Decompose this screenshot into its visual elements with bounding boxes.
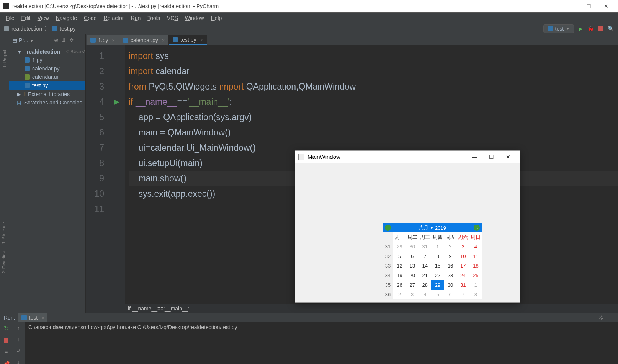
rerun-icon[interactable]: ↻ (4, 325, 9, 332)
menu-vcs[interactable]: VCS (163, 15, 181, 21)
calendar-day[interactable]: 1 (431, 242, 444, 251)
calendar-day[interactable]: 3 (406, 290, 419, 299)
up-icon[interactable]: ↑ (17, 325, 20, 331)
menu-navigate[interactable]: Navigate (52, 15, 80, 21)
menu-help[interactable]: Help (208, 15, 226, 21)
calendar-day[interactable]: 9 (444, 251, 457, 261)
calendar-day[interactable]: 4 (469, 242, 482, 251)
calendar-day[interactable]: 6 (444, 290, 457, 299)
calendar-day[interactable]: 28 (419, 280, 431, 290)
calendar-day[interactable]: 14 (419, 261, 431, 271)
toolwindow-favorites-tab[interactable]: 2: Favorites (2, 251, 6, 273)
next-month-button[interactable]: → (474, 225, 480, 231)
run-button[interactable]: ▶ (579, 26, 583, 32)
run-settings-icon[interactable]: ✲ (599, 315, 603, 321)
calendar-day[interactable]: 27 (406, 280, 419, 290)
tree-file[interactable]: 1.py (9, 56, 85, 64)
settings-icon[interactable]: ✲ (69, 37, 74, 43)
calendar-day[interactable]: 21 (419, 271, 431, 280)
calendar-day[interactable]: 24 (457, 271, 469, 280)
calendar-day[interactable]: 30 (444, 280, 457, 290)
editor-tab[interactable]: calendar.py× (119, 35, 169, 45)
debug-button[interactable]: 🐞 (587, 26, 594, 32)
menu-view[interactable]: View (34, 15, 52, 21)
close-tab-icon[interactable]: × (200, 37, 203, 43)
hide-icon[interactable]: — (77, 37, 82, 43)
run-gutter-icon[interactable]: ▶ (114, 94, 119, 109)
calendar-day[interactable]: 12 (393, 261, 406, 271)
calendar-day[interactable]: 7 (419, 251, 431, 261)
menu-edit[interactable]: Edit (18, 15, 34, 21)
calendar-day[interactable]: 3 (457, 242, 469, 251)
calendar-day[interactable]: 6 (406, 251, 419, 261)
collapse-icon[interactable]: ⇊ (62, 37, 66, 43)
editor-tab-active[interactable]: test.py× (169, 35, 207, 45)
calendar-year[interactable]: 2019 (435, 225, 446, 231)
menu-window[interactable]: Window (181, 15, 208, 21)
calendar-month[interactable]: 八月 (419, 224, 428, 231)
editor-tab[interactable]: 1.py× (87, 35, 119, 45)
menu-code[interactable]: Code (80, 15, 100, 21)
calendar-day[interactable]: 15 (431, 261, 444, 271)
calendar-day[interactable]: 10 (457, 251, 469, 261)
calendar-day[interactable]: 5 (393, 251, 406, 261)
run-process-tab[interactable]: test × (18, 313, 47, 322)
menu-file[interactable]: File (2, 15, 18, 21)
pin-icon[interactable]: 📌 (3, 361, 10, 364)
calendar-day[interactable]: 17 (457, 261, 469, 271)
menu-refactor[interactable]: Refactor (100, 15, 128, 21)
calendar-day[interactable]: 22 (431, 271, 444, 280)
stop-button[interactable] (598, 26, 603, 32)
calendar-day[interactable]: 29 (393, 242, 406, 251)
breadcrumb[interactable]: realdetection 〉 test.py (4, 25, 75, 32)
run-config-selector[interactable]: test ▼ (543, 24, 574, 33)
tree-file[interactable]: calendar.ui (9, 73, 85, 81)
menu-run[interactable]: Run (128, 15, 144, 21)
calendar-day[interactable]: 31 (419, 242, 431, 251)
close-tab-icon[interactable]: × (112, 38, 115, 43)
toolwindow-structure-tab[interactable]: 7: Structure (2, 222, 6, 244)
mainwindow-close[interactable]: ✕ (500, 151, 517, 163)
mainwindow-maximize[interactable]: ☐ (483, 151, 500, 163)
calendar-day[interactable]: 2 (444, 242, 457, 251)
calendar-day[interactable]: 25 (469, 271, 482, 280)
tree-root[interactable]: ▼ realdetection C:\Users\ (9, 47, 85, 56)
mainwindow-titlebar[interactable]: MainWindow — ☐ ✕ (295, 151, 520, 163)
search-everywhere-button[interactable]: 🔍 (608, 26, 614, 32)
project-view-selector[interactable]: ▤ Pr... ▼ (12, 37, 34, 43)
layout-icon[interactable]: ≡ (5, 349, 8, 355)
calendar-widget[interactable]: ← 八月▾ 2019 → 周一周二周三周四周五周六周日3129303112343… (383, 223, 482, 299)
run-output[interactable]: C:\anaconda\envs\tensorflow-gpu\python.e… (25, 322, 618, 364)
mainwindow-minimize[interactable]: — (466, 151, 483, 163)
tree-file[interactable]: calendar.py (9, 64, 85, 73)
calendar-day[interactable]: 5 (431, 290, 444, 299)
calendar-day[interactable]: 8 (431, 251, 444, 261)
menu-tools[interactable]: Tools (144, 15, 163, 21)
scroll-icon[interactable]: ⤓ (16, 359, 21, 364)
maximize-button[interactable]: ☐ (580, 0, 597, 12)
stop-icon[interactable] (4, 338, 8, 344)
tree-file-selected[interactable]: test.py (9, 81, 85, 90)
calendar-day[interactable]: 31 (457, 280, 469, 290)
run-hide-icon[interactable]: — (607, 315, 613, 321)
calendar-day[interactable]: 23 (444, 271, 457, 280)
calendar-day[interactable]: 18 (469, 261, 482, 271)
calendar-day[interactable]: 30 (406, 242, 419, 251)
calendar-day[interactable]: 8 (469, 290, 482, 299)
down-icon[interactable]: ↓ (17, 336, 20, 343)
tree-external-libs[interactable]: ▶ ⫴ External Libraries (9, 90, 85, 98)
calendar-day[interactable]: 4 (419, 290, 431, 299)
calendar-day[interactable]: 13 (406, 261, 419, 271)
calendar-day[interactable]: 29 (431, 280, 444, 290)
calendar-day[interactable]: 16 (444, 261, 457, 271)
prev-month-button[interactable]: ← (385, 225, 391, 231)
locate-icon[interactable]: ⊕ (54, 37, 59, 43)
minimize-button[interactable]: — (562, 0, 580, 12)
calendar-day[interactable]: 19 (393, 271, 406, 280)
calendar-day[interactable]: 1 (469, 280, 482, 290)
calendar-day[interactable]: 26 (393, 280, 406, 290)
wrap-icon[interactable]: ⤶ (16, 348, 21, 354)
calendar-day[interactable]: 2 (393, 290, 406, 299)
calendar-day[interactable]: 7 (457, 290, 469, 299)
code-breadcrumb[interactable]: if __name__=='__main__' (86, 304, 618, 313)
